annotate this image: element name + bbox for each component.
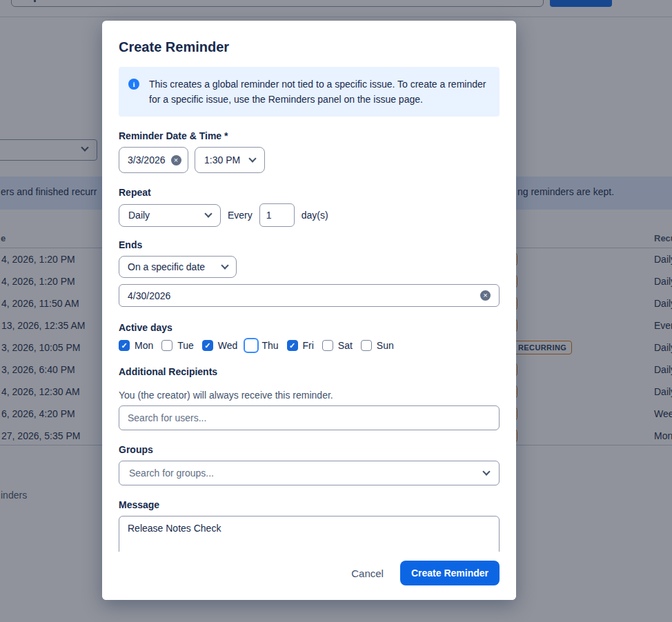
checkbox-unchecked-icon[interactable] bbox=[161, 340, 172, 351]
chevron-down-icon bbox=[248, 154, 256, 162]
message-label: Message bbox=[119, 499, 500, 510]
chevron-down-icon bbox=[482, 468, 490, 475]
day-checkbox-thu[interactable]: Thu bbox=[246, 340, 278, 351]
info-message-text: This creates a global reminder not tied … bbox=[149, 77, 488, 107]
day-checkbox-sun[interactable]: Sun bbox=[361, 340, 394, 351]
ends-mode-select[interactable]: On a specific date bbox=[119, 256, 237, 278]
groups-label: Groups bbox=[119, 444, 500, 455]
interval-input[interactable] bbox=[259, 203, 295, 227]
reminder-time-select[interactable]: 1:30 PM bbox=[195, 147, 265, 173]
checkbox-checked-icon[interactable] bbox=[202, 340, 213, 351]
chevron-down-icon bbox=[221, 261, 228, 269]
chevron-down-icon bbox=[204, 210, 212, 217]
end-date-input[interactable]: 4/30/2026 × bbox=[119, 284, 500, 307]
repeat-frequency-select[interactable]: Daily bbox=[119, 204, 221, 227]
day-checkbox-tue[interactable]: Tue bbox=[161, 340, 194, 351]
day-label: Mon bbox=[135, 340, 153, 351]
repeat-frequency-value: Daily bbox=[128, 210, 206, 221]
user-search-input[interactable] bbox=[119, 405, 500, 430]
checkbox-checked-icon[interactable] bbox=[287, 340, 298, 351]
cancel-button[interactable]: Cancel bbox=[342, 562, 393, 585]
day-label: Sun bbox=[377, 340, 394, 351]
group-search-placeholder: Search for groups... bbox=[129, 468, 484, 479]
checkbox-unchecked-icon[interactable] bbox=[246, 340, 257, 351]
unit-label: day(s) bbox=[302, 210, 328, 221]
active-days-label: Active days bbox=[119, 322, 500, 333]
day-label: Wed bbox=[218, 340, 238, 351]
recipients-note: You (the creator) will always receive th… bbox=[119, 390, 500, 401]
day-label: Tue bbox=[177, 340, 194, 351]
repeat-row: Daily Every day(s) bbox=[119, 203, 500, 227]
modal-footer: Cancel Create Reminder bbox=[102, 552, 516, 600]
message-textarea[interactable]: Release Notes Check bbox=[119, 516, 500, 552]
day-checkbox-wed[interactable]: Wed bbox=[202, 340, 238, 351]
checkbox-unchecked-icon[interactable] bbox=[361, 340, 372, 351]
clear-end-date-icon[interactable]: × bbox=[480, 290, 491, 301]
info-message-box: i This creates a global reminder not tie… bbox=[119, 67, 500, 117]
checkbox-checked-icon[interactable] bbox=[119, 340, 130, 351]
every-label: Every bbox=[228, 210, 253, 221]
reminder-date-input[interactable]: 3/3/2026 × bbox=[119, 147, 188, 173]
reminder-date-value: 3/3/2026 bbox=[128, 154, 166, 165]
repeat-label: Repeat bbox=[119, 187, 500, 198]
info-icon: i bbox=[128, 79, 139, 90]
datetime-label: Reminder Date & Time * bbox=[119, 130, 500, 141]
day-checkbox-fri[interactable]: Fri bbox=[287, 340, 314, 351]
modal-title: Create Reminder bbox=[119, 21, 500, 55]
create-reminder-button[interactable]: Create Reminder bbox=[400, 561, 500, 585]
modal-body: Create Reminder i This creates a global … bbox=[102, 21, 516, 552]
datetime-row: 3/3/2026 × 1:30 PM bbox=[119, 147, 500, 173]
end-date-value: 4/30/2026 bbox=[128, 290, 480, 301]
reminder-time-value: 1:30 PM bbox=[204, 154, 243, 165]
create-reminder-modal: Create Reminder i This creates a global … bbox=[102, 21, 516, 600]
day-checkbox-mon[interactable]: Mon bbox=[119, 340, 153, 351]
ends-label: Ends bbox=[119, 239, 500, 250]
recipients-label: Additional Recipients bbox=[119, 366, 500, 377]
day-label: Sat bbox=[338, 340, 353, 351]
group-search-select[interactable]: Search for groups... bbox=[119, 461, 500, 485]
clear-date-icon[interactable]: × bbox=[171, 155, 181, 165]
active-days-row: MonTueWedThuFriSatSun bbox=[119, 340, 500, 351]
day-label: Fri bbox=[303, 340, 314, 351]
checkbox-unchecked-icon[interactable] bbox=[322, 340, 333, 351]
ends-mode-value: On a specific date bbox=[128, 261, 222, 272]
day-label: Thu bbox=[261, 340, 278, 351]
day-checkbox-sat[interactable]: Sat bbox=[322, 340, 353, 351]
